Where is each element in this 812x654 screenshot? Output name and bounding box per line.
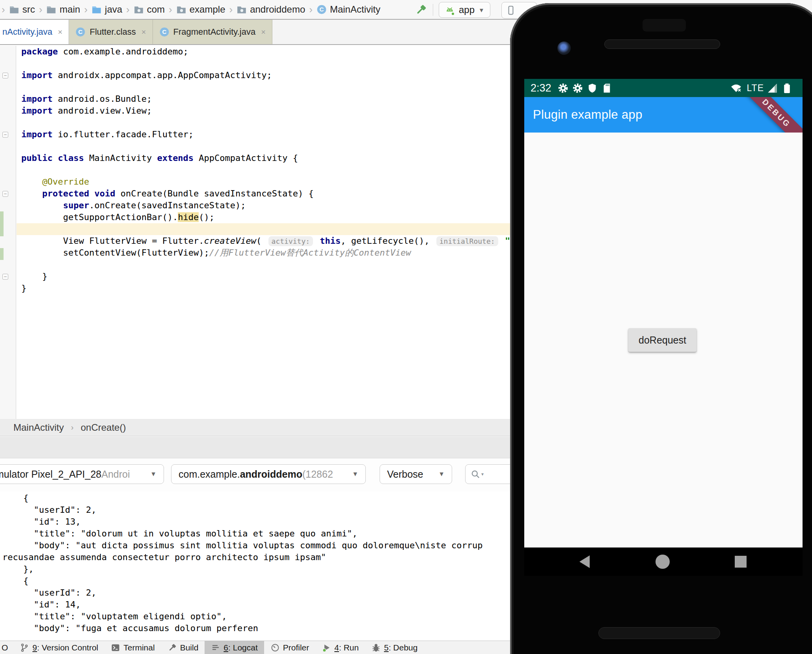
chevron-right-icon: ›: [309, 4, 313, 16]
statusbar-item-build[interactable]: Build: [161, 641, 205, 654]
code-line: super.onCreate(savedInstanceState);: [21, 200, 246, 211]
chevron-right-icon: ›: [84, 4, 88, 16]
log-level-dropdown[interactable]: Verbose ▼: [380, 464, 452, 484]
git-branch-icon: [20, 643, 29, 652]
android-status-bar: 2:32 LTE: [524, 79, 803, 97]
statusbar-item-label: 9: Version Control: [32, 643, 98, 652]
editor-tab-nActivity.java[interactable]: nActivity.java×: [0, 20, 69, 44]
statusbar-item-terminal[interactable]: Terminal: [104, 641, 161, 654]
statusbar-item-version-control[interactable]: 9: Version Control: [13, 641, 104, 654]
wifi-off-icon: [731, 83, 741, 93]
chevron-down-icon: ▼: [433, 471, 445, 478]
build-hammer-icon[interactable]: [415, 4, 427, 16]
process-dropdown[interactable]: com.example. androiddemo (12862 ▼: [171, 464, 366, 484]
breadcrumb-item-java[interactable]: java: [90, 4, 124, 15]
code-line: getSupportActionBar().hide();: [21, 211, 214, 223]
run-configuration-selector[interactable]: app ▼: [439, 2, 490, 18]
log-line: "title": "dolorum ut in voluptas molliti…: [2, 528, 358, 540]
class-icon: C: [75, 27, 86, 37]
statusbar-item-label: 6: Logcat: [223, 643, 257, 652]
nav-home-icon[interactable]: [656, 555, 670, 569]
tab-label: FragmentActivity.java: [173, 27, 256, 37]
class-icon: C: [317, 4, 327, 15]
run-icon: [322, 643, 331, 652]
code-line: View FlutterView = Flutter.createView( a…: [21, 235, 526, 247]
code-line: import android.os.Bundle;: [21, 93, 152, 105]
device-dropdown-muted: Androi: [101, 469, 130, 480]
chevron-right-icon: ›: [126, 4, 130, 16]
device-dropdown[interactable]: mulator Pixel_2_API_28 Androi ▼: [0, 464, 164, 484]
close-icon[interactable]: ×: [142, 28, 146, 37]
package-icon: [237, 4, 247, 15]
breadcrumb-item-androiddemo[interactable]: androiddemo: [235, 4, 307, 15]
log-line: "userId": 2,: [2, 587, 96, 599]
phone-device-icon: [506, 5, 516, 15]
close-icon[interactable]: ×: [261, 28, 266, 37]
fold-icon[interactable]: −: [2, 274, 8, 280]
svg-text:C: C: [78, 28, 83, 35]
statusbar-item-profiler[interactable]: Profiler: [264, 641, 316, 654]
breadcrumb-item-MainActivity[interactable]: CMainActivity: [315, 4, 382, 15]
source-folder-icon: [91, 4, 102, 15]
editor-tab-Flutter.class[interactable]: CFlutter.class×: [69, 20, 153, 44]
statusbar-item-label: Terminal: [123, 643, 155, 652]
earpiece-speaker: [604, 39, 720, 49]
screenshot-root: › src›main›java›com›example›androiddemo›…: [0, 0, 812, 654]
code-line: }: [21, 282, 26, 294]
package-icon: [176, 4, 186, 15]
breadcrumb-method[interactable]: onCreate(): [81, 422, 126, 433]
chevron-down-icon: ▼: [479, 7, 484, 13]
code-line: import androidx.appcompat.app.AppCompatA…: [21, 69, 272, 81]
nav-recents-icon[interactable]: [735, 556, 747, 568]
code-line: package com.example.androiddemo;: [21, 46, 188, 58]
app-bar: Plugin example app DEBUG: [524, 97, 803, 133]
sdcard-icon: [602, 83, 612, 93]
close-icon[interactable]: ×: [58, 28, 63, 37]
tab-label: nActivity.java: [2, 27, 52, 37]
phone-emulator: 2:32 LTE Plugin example app DEBUG doRequ…: [510, 3, 812, 654]
fold-icon[interactable]: −: [2, 191, 8, 197]
breadcrumb: › src›main›java›com›example›androiddemo›…: [0, 4, 382, 16]
statusbar-partial-label: O: [0, 643, 13, 652]
log-line: "id": 13,: [2, 516, 81, 528]
do-request-button[interactable]: doRequest: [628, 328, 697, 352]
process-name: androiddemo: [240, 469, 302, 480]
breadcrumb-label: java: [105, 4, 122, 15]
fold-icon[interactable]: −: [2, 132, 8, 138]
chevron-right-icon: ›: [2, 4, 5, 16]
statusbar-item-run[interactable]: 4: Run: [315, 641, 365, 654]
code-line: }: [21, 271, 47, 282]
editor-gutter: − − − −: [0, 46, 16, 419]
chevron-right-icon: ›: [39, 4, 43, 16]
front-camera: [557, 41, 571, 55]
statusbar-item-debug[interactable]: 5: Debug: [365, 641, 424, 654]
tab-label: Flutter.class: [89, 27, 136, 37]
run-status-dot: [451, 12, 455, 16]
breadcrumb-item-src[interactable]: src: [7, 4, 37, 15]
editor-tab-FragmentActivity.java[interactable]: CFragmentActivity.java×: [153, 20, 272, 44]
code-line: setContentView(FlutterView);//用FlutterVi…: [21, 247, 411, 259]
breadcrumb-item-example[interactable]: example: [175, 4, 227, 15]
process-prefix: com.example.: [179, 469, 240, 480]
breadcrumb-item-com[interactable]: com: [132, 4, 166, 15]
change-marker: [0, 211, 4, 236]
signal-icon: [767, 83, 778, 93]
logcat-icon: [211, 643, 220, 652]
fold-icon[interactable]: −: [2, 73, 8, 78]
package-icon: [134, 4, 144, 15]
network-type-label: LTE: [747, 83, 764, 93]
nav-back-icon[interactable]: [579, 555, 590, 568]
statusbar-item-label: Profiler: [283, 643, 309, 652]
folder-icon: [46, 4, 56, 15]
phone-screen: 2:32 LTE Plugin example app DEBUG doRequ…: [524, 79, 803, 576]
debug-icon: [371, 643, 381, 652]
log-line: "userId": 2,: [2, 504, 96, 516]
log-line: "body": "fuga et accusamus dolorum perfe…: [2, 622, 258, 634]
breadcrumb-class[interactable]: MainActivity: [13, 422, 64, 433]
log-line: "id": 14,: [2, 599, 81, 611]
statusbar-item-logcat[interactable]: 6: Logcat: [205, 641, 264, 654]
breadcrumb-item-main[interactable]: main: [45, 4, 82, 15]
folder-icon: [9, 4, 19, 15]
log-level-value: Verbose: [387, 469, 423, 480]
chevron-down-icon: ▼: [346, 471, 358, 478]
